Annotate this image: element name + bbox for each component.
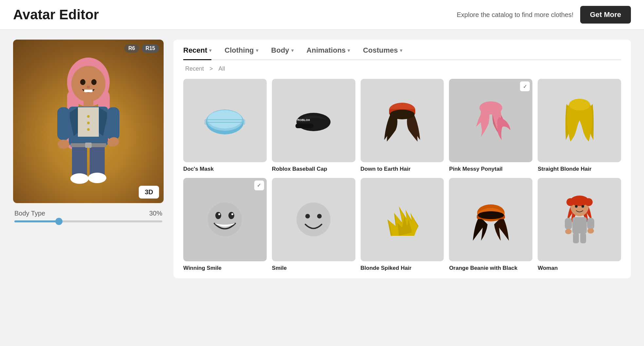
item-card-pink-messy-ponytail[interactable]: ✓ Pink Messy Ponytail (449, 79, 532, 173)
body-type-header: Body Type 30% (14, 210, 162, 217)
svg-point-46 (305, 214, 310, 218)
badge-r6[interactable]: R6 (124, 44, 139, 53)
catalog-text: Explore the catalog to find more clothes… (457, 11, 574, 19)
svg-point-7 (87, 86, 90, 88)
hair-pink-icon (470, 97, 512, 143)
svg-rect-6 (84, 90, 93, 92)
tab-clothing-chevron: ▾ (256, 48, 258, 53)
avatar-character (39, 51, 137, 192)
item-thumb-baseball-cap: ROBLOX (272, 79, 355, 162)
cap-icon: ROBLOX (292, 104, 335, 137)
svg-point-45 (296, 202, 331, 236)
svg-rect-23 (85, 143, 92, 148)
body-type-pct: 30% (149, 210, 162, 217)
avatar-preview: R6 R15 (13, 40, 164, 203)
svg-point-5 (91, 79, 97, 85)
breadcrumb-current: All (219, 65, 225, 72)
svg-rect-66 (580, 233, 586, 243)
svg-rect-60 (572, 217, 587, 234)
slider-fill (14, 220, 59, 222)
tab-animations-label: Animations (307, 46, 346, 55)
svg-rect-65 (573, 233, 579, 243)
svg-point-58 (575, 205, 578, 208)
face-smile-icon (294, 200, 333, 239)
tab-costumes[interactable]: Costumes ▾ (363, 46, 402, 60)
hair-earth-icon (381, 97, 423, 143)
body-type-section: Body Type 30% (13, 210, 164, 222)
svg-point-59 (581, 205, 584, 208)
right-panel: Recent ▾ Clothing ▾ Body ▾ Animations ▾ … (173, 40, 631, 278)
svg-point-57 (585, 198, 593, 206)
tab-recent[interactable]: Recent ▾ (183, 46, 211, 60)
check-badge-smile: ✓ (254, 181, 264, 190)
item-thumb-straight-blonde-hair (538, 79, 621, 162)
tab-body[interactable]: Body ▾ (271, 46, 294, 60)
tab-body-label: Body (271, 46, 289, 55)
item-thumb-docs-mask (183, 79, 267, 162)
tab-animations-chevron: ▾ (348, 48, 350, 53)
item-card-straight-blonde-hair[interactable]: Straight Blonde Hair (538, 79, 621, 173)
hair-spiky-icon (381, 200, 423, 239)
svg-point-38 (479, 101, 502, 114)
face-winning-icon (205, 200, 244, 239)
item-thumb-blonde-spiked-hair (361, 178, 444, 261)
item-name-straight-blonde-hair: Straight Blonde Hair (538, 165, 621, 173)
get-more-button[interactable]: Get More (580, 6, 631, 24)
item-card-down-to-earth-hair[interactable]: Down to Earth Hair (361, 79, 444, 173)
svg-rect-21 (90, 144, 105, 177)
breadcrumb-sep: > (209, 65, 213, 72)
item-thumb-down-to-earth-hair (361, 79, 444, 162)
item-name-smile: Smile (272, 265, 355, 272)
item-thumb-woman (538, 178, 621, 261)
svg-point-13 (87, 115, 90, 118)
svg-point-53 (478, 211, 504, 219)
svg-point-43 (218, 213, 220, 215)
item-card-orange-beanie-black[interactable]: Orange Beanie with Black (449, 178, 532, 272)
item-name-woman: Woman (538, 265, 621, 272)
body-type-label: Body Type (14, 210, 45, 217)
svg-point-24 (70, 173, 89, 184)
svg-rect-20 (72, 144, 87, 177)
item-thumb-orange-beanie-black (449, 178, 532, 261)
breadcrumb: Recent > All (183, 65, 621, 72)
svg-rect-17 (107, 107, 119, 140)
item-name-docs-mask: Doc's Mask (183, 165, 267, 173)
item-name-orange-beanie-black: Orange Beanie with Black (449, 265, 532, 272)
item-card-winning-smile[interactable]: ✓ (183, 178, 267, 272)
item-card-baseball-cap[interactable]: ROBLOX Roblox Baseball Cap (272, 79, 355, 173)
slider-thumb[interactable] (55, 218, 63, 225)
item-card-smile[interactable]: Smile (272, 178, 355, 272)
tab-clothing[interactable]: Clothing ▾ (224, 46, 258, 60)
view-3d-button[interactable]: 3D (139, 186, 159, 199)
tab-recent-label: Recent (183, 46, 207, 55)
svg-point-63 (565, 229, 572, 234)
tab-body-chevron: ▾ (291, 48, 294, 53)
svg-point-44 (231, 213, 233, 215)
tabs: Recent ▾ Clothing ▾ Body ▾ Animations ▾ … (183, 46, 621, 60)
left-panel: R6 R15 (13, 40, 164, 278)
item-name-pink-messy-ponytail: Pink Messy Ponytail (449, 165, 532, 173)
avatar-badges: R6 R15 (124, 44, 159, 53)
item-name-blonde-spiked-hair: Blonde Spiked Hair (361, 265, 444, 272)
item-card-blonde-spiked-hair[interactable]: Blonde Spiked Hair (361, 178, 444, 272)
svg-point-56 (566, 198, 574, 206)
item-thumb-smile (272, 178, 355, 261)
item-name-winning-smile: Winning Smile (183, 265, 267, 272)
svg-point-64 (587, 228, 594, 234)
badge-r15[interactable]: R15 (142, 44, 159, 53)
svg-point-15 (87, 128, 90, 131)
body-type-slider[interactable] (14, 220, 162, 222)
item-name-down-to-earth-hair: Down to Earth Hair (361, 165, 444, 173)
item-name-baseball-cap: Roblox Baseball Cap (272, 165, 355, 173)
check-badge-pink: ✓ (520, 81, 530, 91)
item-card-woman[interactable]: Woman (538, 178, 621, 272)
item-thumb-winning-smile: ✓ (183, 178, 267, 261)
item-card-docs-mask[interactable]: Doc's Mask (183, 79, 267, 173)
tab-costumes-chevron: ▾ (400, 48, 402, 53)
svg-rect-8 (83, 99, 93, 108)
hair-blonde-icon (560, 97, 599, 143)
svg-point-39 (569, 99, 590, 111)
items-grid: Doc's Mask ROBLOX Roblox Baseball Cap (183, 79, 621, 272)
tab-animations[interactable]: Animations ▾ (307, 46, 350, 60)
tab-costumes-label: Costumes (363, 46, 398, 55)
